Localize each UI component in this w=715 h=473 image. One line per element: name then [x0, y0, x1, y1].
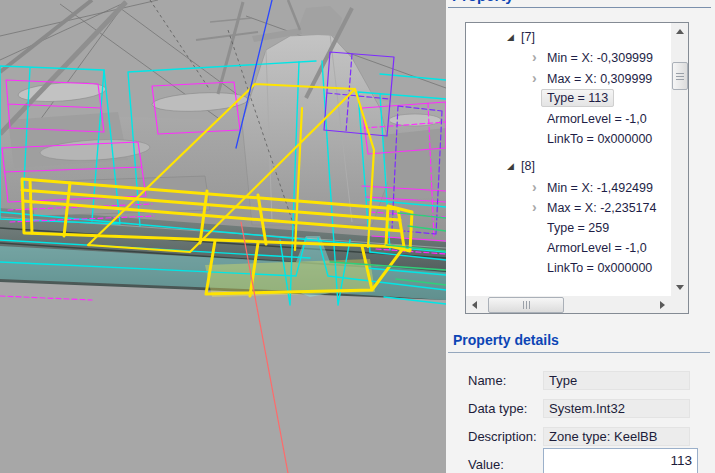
- data-type-field: System.Int32: [543, 399, 690, 418]
- chevron-right-icon[interactable]: ›: [532, 47, 547, 67]
- tree-item-label: ArmorLevel = -1,0: [547, 241, 647, 255]
- description-field: Zone type: KeelBB: [543, 427, 690, 446]
- horizontal-scrollbar[interactable]: [466, 296, 671, 313]
- tree-group[interactable]: ◢[8]: [466, 156, 671, 176]
- tree-item[interactable]: ›Max = X: 0,309999: [466, 68, 671, 88]
- panel-title: Property: [452, 0, 514, 4]
- tree-item[interactable]: LinkTo = 0x000000: [466, 258, 671, 278]
- tree-group[interactable]: ◢[7]: [466, 27, 671, 47]
- thumb-grip-icon: [523, 301, 530, 309]
- tree-item-label: Min = X: -1,492499: [547, 181, 653, 195]
- name-field: Type: [543, 371, 690, 390]
- tree-item-label: Type = 259: [547, 221, 609, 235]
- details-heading: Property details: [453, 332, 559, 348]
- divider: [448, 7, 711, 8]
- tree-item[interactable]: LinkTo = 0x000000: [466, 129, 671, 149]
- ship-scene: [0, 0, 446, 473]
- tree-item-label: ArmorLevel = -1,0: [547, 112, 647, 126]
- tree-item-label-selected: Type = 113: [541, 89, 614, 107]
- scroll-up-icon[interactable]: [671, 23, 688, 40]
- tree-item[interactable]: ArmorLevel = -1,0: [466, 238, 671, 258]
- value-input[interactable]: [543, 448, 698, 473]
- tree-item[interactable]: ArmorLevel = -1,0: [466, 109, 671, 129]
- thumb-grip-icon: [676, 73, 684, 80]
- tree-item-label: Max = X: 0,309999: [547, 72, 652, 86]
- expander-icon[interactable]: ◢: [507, 27, 521, 47]
- property-tree[interactable]: ◢[7]›Min = X: -0,309999›Max = X: 0,30999…: [465, 22, 689, 314]
- viewport-3d[interactable]: [0, 0, 446, 473]
- name-label: Name:: [468, 371, 506, 390]
- description-label: Description:: [468, 427, 537, 446]
- vertical-scrollbar-thumb[interactable]: [672, 62, 688, 90]
- tree-item[interactable]: Type = 259: [466, 218, 671, 238]
- horizontal-scrollbar-thumb[interactable]: [488, 297, 564, 313]
- tree-item[interactable]: Type = 113: [466, 88, 671, 108]
- chevron-right-icon[interactable]: ›: [532, 197, 547, 217]
- chevron-right-icon[interactable]: ›: [532, 177, 547, 197]
- scroll-left-icon[interactable]: [466, 296, 483, 313]
- tree-item[interactable]: ›Min = X: -0,309999: [466, 47, 671, 67]
- tree-item-label: Min = X: -0,309999: [547, 51, 653, 65]
- properties-panel: Property ◢[7]›Min = X: -0,309999›Max = X…: [446, 0, 715, 473]
- tree-group-label: [8]: [521, 159, 535, 173]
- value-label: Value:: [468, 455, 504, 473]
- scroll-down-icon[interactable]: [671, 279, 688, 296]
- tree-item-label: LinkTo = 0x000000: [547, 132, 652, 146]
- data-type-label: Data type:: [468, 399, 527, 418]
- tree-group-label: [7]: [521, 30, 535, 44]
- tree-rows: ◢[7]›Min = X: -0,309999›Max = X: 0,30999…: [466, 23, 671, 296]
- vertical-scrollbar[interactable]: [671, 23, 688, 296]
- expander-icon[interactable]: ◢: [507, 156, 521, 176]
- tree-item-label: LinkTo = 0x000000: [547, 261, 652, 275]
- scrollbar-corner: [671, 296, 688, 313]
- tree-item-label: Max = X: -2,235174: [547, 201, 656, 215]
- scroll-right-icon[interactable]: [654, 296, 671, 313]
- tree-item[interactable]: ›Min = X: -1,492499: [466, 177, 671, 197]
- tree-item[interactable]: ›Max = X: -2,235174: [466, 197, 671, 217]
- chevron-right-icon[interactable]: ›: [532, 68, 547, 88]
- divider: [448, 352, 710, 353]
